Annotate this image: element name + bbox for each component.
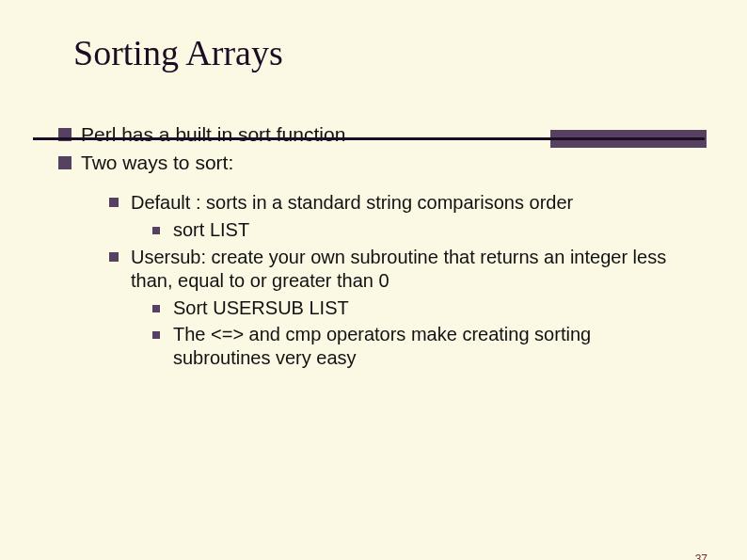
slide-title: Sorting Arrays xyxy=(73,32,747,73)
bullet-level2: Default : sorts in a standard string com… xyxy=(109,191,747,215)
bullet-text: Perl has a built in sort function xyxy=(81,122,345,147)
bullet-level2-group: Default : sorts in a standard string com… xyxy=(109,191,747,370)
bullet-level2: Usersub: create your own subroutine that… xyxy=(109,246,747,293)
square-bullet-icon xyxy=(109,252,119,262)
bullet-level3: sort LIST xyxy=(152,218,747,242)
bullet-text: Default : sorts in a standard string com… xyxy=(131,191,573,215)
bullet-text: sort LIST xyxy=(173,218,249,242)
bullet-level3: The <=> and cmp operators make creating … xyxy=(152,323,747,370)
bullet-level3-group: sort LIST xyxy=(152,218,747,242)
bullet-level3-group: Sort USERSUB LIST The <=> and cmp operat… xyxy=(152,296,747,370)
square-bullet-icon xyxy=(109,198,119,207)
square-bullet-icon xyxy=(152,305,160,312)
bullet-text: Usersub: create your own subroutine that… xyxy=(131,246,686,293)
bullet-text: The <=> and cmp operators make creating … xyxy=(173,323,672,370)
square-bullet-icon xyxy=(152,227,160,234)
slide: Sorting Arrays Perl has a built in sort … xyxy=(0,32,747,560)
square-bullet-icon xyxy=(152,331,160,339)
slide-content: Perl has a built in sort function Two wa… xyxy=(58,122,747,370)
bullet-text: Sort USERSUB LIST xyxy=(173,296,349,320)
bullet-text: Two ways to sort: xyxy=(81,151,233,175)
bullet-level3: Sort USERSUB LIST xyxy=(152,296,747,320)
square-bullet-icon xyxy=(58,156,72,169)
bullet-level1: Two ways to sort: xyxy=(58,151,747,175)
title-rule xyxy=(33,137,705,140)
page-number: 37 xyxy=(695,552,707,560)
